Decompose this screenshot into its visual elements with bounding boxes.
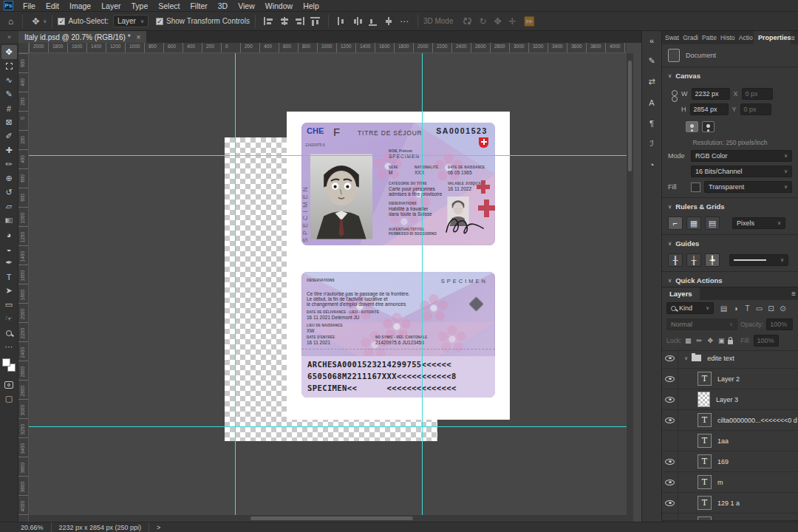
menu-window[interactable]: Window [260, 1, 298, 11]
layer-row-1aa[interactable]: T1aa [662, 431, 798, 451]
toggle-rulers-button[interactable]: ⌐ [668, 216, 683, 230]
menu-select[interactable]: Select [153, 1, 185, 11]
history-brush-tool[interactable]: ↺ [1, 185, 17, 200]
toggle-pixel-grid-button[interactable]: ▤ [705, 216, 720, 230]
filter-icon-0[interactable]: ▤ [719, 304, 729, 313]
frame-tool[interactable]: ⊠ [1, 115, 17, 129]
panel-menu-icon[interactable]: ≡ [791, 290, 796, 298]
layer-row-cilta0000000-0-d[interactable]: Tcilta0000000...<<<<<<<0 d [662, 410, 798, 431]
healing-tool[interactable]: ✚ [1, 143, 17, 157]
text-layer-icon[interactable]: T [698, 413, 712, 427]
layer-row-169[interactable]: T169 [662, 451, 798, 472]
width-field[interactable]: 2232 px [692, 88, 730, 100]
text-layer-icon[interactable]: T [698, 475, 712, 489]
scrollbar-thumb[interactable] [250, 516, 413, 520]
menu-3d[interactable]: 3D [213, 1, 233, 11]
fill-select[interactable]: Transparent∨ [704, 181, 792, 193]
menu-help[interactable]: Help [298, 1, 324, 11]
tab-layers[interactable]: Layers [662, 287, 700, 300]
visibility-toggle[interactable] [662, 514, 678, 521]
layer-row-01-01-1990[interactable]: T01.01.1990 [662, 514, 798, 520]
menu-filter[interactable]: Filter [185, 1, 212, 11]
status-arrow-icon[interactable]: > [157, 524, 160, 531]
toggle-guides-button[interactable]: ╂ [668, 253, 683, 267]
adjustments-panel-icon[interactable]: ◔ [644, 157, 660, 172]
guide-style-select[interactable]: ∨ [729, 254, 788, 266]
clone-stamp-tool[interactable]: ⊕ [1, 171, 17, 185]
lock-icon-0[interactable]: ▦ [684, 337, 692, 344]
vertical-scrollbar[interactable] [627, 53, 633, 522]
filter-icon-1[interactable]: ◑ [731, 304, 740, 313]
fill-swatch[interactable] [691, 183, 700, 192]
filter-icon-3[interactable]: ▭ [754, 304, 764, 313]
menu-view[interactable]: View [233, 1, 260, 11]
chevron-down-icon[interactable]: ∨ [43, 18, 47, 24]
filter-kind-select[interactable]: Kind ∨ [666, 302, 714, 314]
layer-thumbnail[interactable] [698, 392, 710, 407]
collapse-panels-chevron[interactable]: « [644, 33, 660, 48]
menu-edit[interactable]: Edit [41, 1, 64, 11]
panel-tab-actio[interactable]: Actio [736, 31, 754, 44]
paragraph-panel-icon[interactable]: ¶ [644, 115, 660, 131]
guide-horizontal[interactable] [29, 155, 627, 156]
lock-icon-1[interactable]: ✏ [695, 337, 703, 344]
layer-row-layer-3[interactable]: Layer 3 [662, 389, 798, 410]
distribute-bottom-icon[interactable] [367, 16, 378, 26]
text-layer-icon[interactable]: T [698, 454, 712, 468]
home-icon[interactable]: ⌂ [4, 16, 17, 27]
visibility-toggle[interactable] [662, 451, 678, 472]
menu-file[interactable]: File [18, 1, 41, 11]
lock-all-icon[interactable] [728, 340, 733, 344]
auto-select-dropdown[interactable]: Layer ∨ [113, 15, 149, 27]
visibility-toggle[interactable] [662, 493, 678, 514]
guide-vertical[interactable] [235, 53, 236, 522]
collapse-toolbar-chevron[interactable]: » [0, 31, 18, 43]
menu-type[interactable]: Type [126, 1, 153, 11]
visibility-toggle[interactable] [662, 389, 678, 410]
distribute-v-icon[interactable] [383, 16, 394, 26]
horizontal-ruler[interactable]: 2000180016001400120010008006004002000200… [29, 43, 627, 53]
orientation-landscape-button[interactable] [702, 121, 715, 132]
lock-guides-button[interactable]: ╁ [686, 253, 701, 267]
guide-layout-button[interactable]: ╄ [705, 253, 720, 267]
filter-icon-5[interactable]: ⊙ [778, 304, 788, 313]
glyphs-panel-icon[interactable]: ℐ [644, 136, 660, 151]
canvas-viewport[interactable]: CHE F TITRE DE SÉJOUR SA0001523 21420975… [29, 53, 627, 522]
guide-horizontal[interactable] [29, 426, 627, 427]
visibility-toggle[interactable] [662, 472, 678, 493]
zoom-tool[interactable] [1, 326, 17, 340]
close-icon[interactable]: × [137, 33, 141, 41]
align-center-h-icon[interactable] [279, 16, 290, 26]
rulers-grids-header[interactable]: ∨ Rulers & Grids [668, 202, 792, 211]
orientation-portrait-button[interactable] [686, 121, 698, 132]
panel-tab-patte[interactable]: Patte [699, 31, 717, 44]
panel-tab-swat[interactable]: Swat [662, 31, 680, 44]
panel-tab-histo[interactable]: Histo [717, 31, 736, 44]
quick-actions-header[interactable]: ∨ Quick Actions [668, 276, 792, 284]
color-swatches[interactable] [2, 358, 16, 372]
visibility-toggle[interactable] [662, 410, 678, 431]
layer-row-129-1-a[interactable]: T129 1 a [662, 493, 798, 514]
layer-row-layer-2[interactable]: TLayer 2 [662, 369, 798, 389]
scrollbar-thumb[interactable] [628, 61, 632, 171]
toggle-grid-button[interactable]: ▦ [686, 216, 701, 230]
panel-tab-properties[interactable]: Properties [754, 31, 791, 44]
layer-row-edite-text[interactable]: ∨edite text [662, 348, 798, 369]
move-tool-icon[interactable]: ✥ [28, 16, 43, 27]
bit-depth-select[interactable]: 16 Bits/Channel∨ [691, 166, 792, 177]
eraser-tool[interactable]: ▱ [1, 200, 17, 214]
visibility-toggle[interactable] [662, 431, 678, 451]
zoom-level[interactable]: 20.66% [21, 524, 44, 531]
layer-row-m[interactable]: Tm [662, 472, 798, 493]
mode-select[interactable]: RGB Color∨ [691, 150, 792, 162]
panel-menu-icon[interactable]: ≡ [791, 34, 795, 42]
screen-mode-icon[interactable]: ▢ [1, 392, 17, 406]
quick-mask-icon[interactable] [1, 378, 17, 392]
hand-tool[interactable]: ☞ [1, 312, 17, 326]
lock-icon-2[interactable]: ✥ [706, 337, 714, 344]
brush-settings-icon[interactable]: ✎ [644, 53, 660, 69]
path-select-tool[interactable]: ➤ [1, 284, 17, 298]
guides-header[interactable]: ∨ Guides [668, 239, 792, 248]
auto-select-checkbox[interactable]: ✓ [58, 18, 65, 25]
text-layer-icon[interactable]: T [698, 372, 712, 386]
